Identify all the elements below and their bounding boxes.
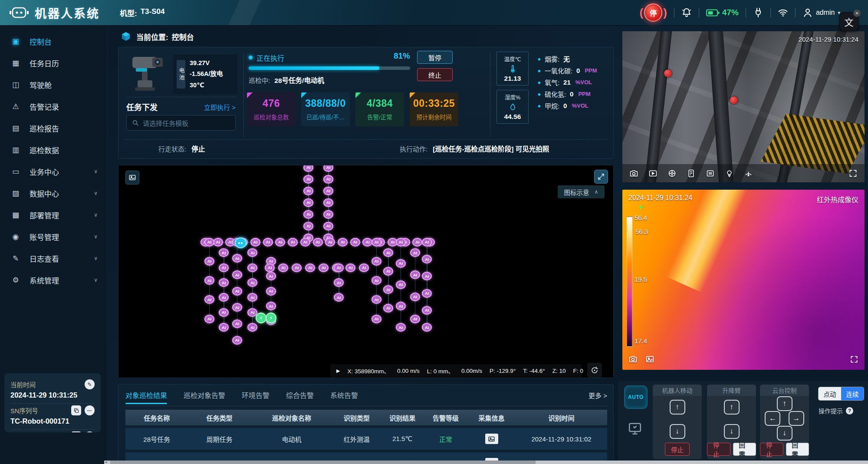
horizontal-scrollbar[interactable]: ◂ xyxy=(104,461,868,464)
captured-image-icon[interactable] xyxy=(485,434,498,444)
charging-station-node[interactable]: ⚡ xyxy=(256,313,266,323)
sidebar-item-console[interactable]: ▣控制台 xyxy=(0,30,107,52)
task-template-select[interactable]: 请选择任务模板 xyxy=(126,115,236,131)
sidebar-item-calendar[interactable]: ▦任务日历 xyxy=(0,52,107,74)
inspection-point-node[interactable]: AI xyxy=(232,319,242,328)
inspection-point-node[interactable]: AI xyxy=(288,238,298,247)
sidebar-item-inspect-data[interactable]: ▥巡检数据 xyxy=(0,139,107,161)
stop-button[interactable]: 停止 xyxy=(665,443,690,456)
inspection-point-node[interactable]: AI xyxy=(247,248,257,257)
inspection-point-node[interactable]: AI xyxy=(350,238,360,247)
sidebar-item-log[interactable]: ✎日志查看∨ xyxy=(0,247,107,269)
camera-fullscreen-icon[interactable] xyxy=(848,169,858,178)
copy-icon[interactable] xyxy=(71,405,81,415)
play-icon[interactable]: ▶ xyxy=(336,368,340,374)
arrow-right-button[interactable]: → xyxy=(789,411,804,426)
screen-mode-button[interactable] xyxy=(628,421,642,438)
map-fullscreen-button[interactable] xyxy=(594,170,608,184)
inspection-point-node[interactable]: AI xyxy=(232,303,242,312)
record-video-icon[interactable] xyxy=(648,169,658,178)
stop-button[interactable]: 停止 xyxy=(760,443,783,456)
arrow-down-button[interactable]: ↓ xyxy=(724,424,740,439)
inspection-point-node[interactable]: AI xyxy=(359,263,369,272)
arrow-up-button[interactable]: ↑ xyxy=(777,396,792,411)
inspection-point-node[interactable]: AI xyxy=(396,302,406,310)
inspection-point-node[interactable]: AI xyxy=(305,263,315,272)
sidebar-item-alert[interactable]: ⚠告警记录 xyxy=(0,95,107,117)
inspection-point-node[interactable]: AI xyxy=(219,263,229,272)
inspection-point-node[interactable]: AI xyxy=(265,263,275,272)
map-canvas[interactable]: AIAIAIAIAIAIAIAIAIAIAIAIAIAIAIAIAIAIAIAI… xyxy=(118,165,613,378)
inspection-point-node[interactable]: AI xyxy=(303,175,313,184)
inspection-point-node[interactable]: AI xyxy=(313,238,323,247)
arrow-down-button[interactable]: ↓ xyxy=(777,426,792,441)
inspection-point-node[interactable]: AI xyxy=(303,210,313,219)
inspection-point-node[interactable]: AI xyxy=(300,238,310,247)
inspection-point-node[interactable]: AI xyxy=(323,165,333,172)
inspection-point-node[interactable]: AI xyxy=(334,263,344,272)
sidebar-item-deploy[interactable]: ▩部署管理∨ xyxy=(0,204,107,226)
inspection-point-node[interactable]: AI xyxy=(263,238,273,247)
robot-position-marker[interactable] xyxy=(235,237,247,248)
inspection-point-node[interactable]: AI xyxy=(204,315,214,323)
more-dots-icon[interactable]: ••• xyxy=(85,405,95,415)
inspection-point-node[interactable]: AI xyxy=(323,175,333,184)
map-layers-button[interactable] xyxy=(125,171,139,184)
inspection-point-node[interactable]: AI xyxy=(232,336,242,345)
tab-0[interactable]: 对象巡检结果 xyxy=(125,390,167,404)
inspection-point-node[interactable]: AI xyxy=(410,248,420,257)
inspection-point-node[interactable]: AI xyxy=(292,263,302,272)
user-menu[interactable]: admin ▾ xyxy=(802,7,840,18)
inspection-point-node[interactable]: AI xyxy=(278,263,288,272)
inspection-point-node[interactable]: AI xyxy=(410,293,420,301)
inspection-point-node[interactable]: AI xyxy=(372,238,381,247)
inspection-point-node[interactable]: AI xyxy=(383,267,393,276)
scroll-left-arrow-icon[interactable]: ◂ xyxy=(105,460,107,464)
copy-icon[interactable] xyxy=(71,431,81,432)
inspection-point-node[interactable]: AI xyxy=(219,248,229,257)
inspection-point-node[interactable]: AI xyxy=(247,263,257,272)
inspection-point-node[interactable]: AI xyxy=(275,238,285,247)
jog-continuous-toggle[interactable]: 点动 连续 xyxy=(819,387,864,400)
inspection-point-node[interactable]: AI xyxy=(422,323,432,332)
help-question-icon[interactable]: ? xyxy=(846,407,853,415)
inspection-point-node[interactable]: AI xyxy=(334,293,344,302)
inspection-point-node[interactable]: AI xyxy=(323,210,333,219)
inspection-point-node[interactable]: AI xyxy=(204,295,214,304)
emergency-stop-button[interactable]: ( 停 ) xyxy=(640,3,667,22)
jog-option[interactable]: 点动 xyxy=(819,387,841,400)
sidebar-item-report[interactable]: ▤巡检报告 xyxy=(0,117,107,139)
inspection-point-node[interactable]: AI xyxy=(303,222,313,230)
sidebar-item-data-center[interactable]: ▨数据中心∨ xyxy=(0,182,107,204)
pause-button[interactable]: 暂停 xyxy=(417,51,453,64)
translate-widget[interactable]: 文 ✕ xyxy=(839,12,858,31)
stop-button[interactable]: 停止 xyxy=(707,443,730,456)
zero-button[interactable]: 回零 xyxy=(786,443,809,456)
inspection-point-node[interactable]: AI xyxy=(219,293,229,302)
terminate-button[interactable]: 终止 xyxy=(417,68,453,81)
inspection-point-node[interactable]: AI xyxy=(266,272,276,280)
inspection-point-node[interactable]: AI xyxy=(247,278,257,287)
inspection-point-node[interactable]: AI xyxy=(266,287,276,296)
table-row[interactable]: 28号任务周期任务电动机红外测温21.5℃正常2024-11-29 10:31:… xyxy=(125,428,607,450)
inspection-point-node[interactable]: AI xyxy=(396,238,406,247)
inspection-point-node[interactable]: AI xyxy=(247,293,257,302)
inspection-point-node[interactable]: AI xyxy=(372,295,381,304)
scrollbar-thumb[interactable] xyxy=(110,461,536,464)
inspection-point-node[interactable]: AI xyxy=(372,276,381,285)
arrow-up-button[interactable]: ↑ xyxy=(724,400,740,415)
wiper-icon[interactable] xyxy=(744,169,753,178)
wifi-icon[interactable] xyxy=(778,7,788,18)
inspection-point-node[interactable]: AI xyxy=(266,302,276,310)
inspection-point-node[interactable]: AI xyxy=(232,287,242,296)
inspection-point-node[interactable]: AI xyxy=(232,270,242,279)
inspection-point-node[interactable]: AI xyxy=(410,315,420,323)
inspection-point-node[interactable]: AI xyxy=(345,263,355,272)
alarm-bell-icon[interactable] xyxy=(681,7,692,18)
device-panel-icon[interactable] xyxy=(687,169,696,178)
inspection-point-node[interactable]: AI xyxy=(303,165,313,172)
inspection-point-node[interactable]: AI xyxy=(422,289,432,298)
map-recenter-button[interactable] xyxy=(587,363,602,378)
translate-close-icon[interactable]: ✕ xyxy=(853,10,861,17)
inspection-point-node[interactable]: AI xyxy=(422,238,432,247)
